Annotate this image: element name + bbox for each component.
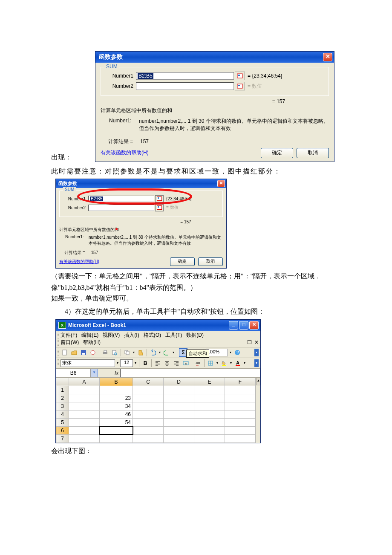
param-input-number2[interactable] bbox=[88, 205, 154, 211]
window-titlebar[interactable]: X Microsoft Excel - Book1 _ □ ✕ bbox=[56, 320, 260, 331]
col-header-f[interactable]: F bbox=[225, 378, 256, 386]
cell-b5[interactable]: 54 bbox=[100, 418, 133, 426]
toolbar-options-icon[interactable]: ▾ bbox=[254, 349, 259, 356]
name-box[interactable]: B6 bbox=[56, 369, 91, 377]
cancel-button[interactable]: 取消 bbox=[297, 148, 329, 158]
svg-rect-1 bbox=[238, 75, 240, 76]
param-input-number2[interactable] bbox=[136, 82, 234, 90]
decrease-decimal-icon[interactable]: .00 bbox=[194, 359, 202, 367]
align-left-icon[interactable] bbox=[153, 359, 162, 367]
row-header[interactable]: 6 bbox=[56, 426, 69, 434]
close-icon[interactable]: ✕ bbox=[249, 321, 259, 330]
collapse-dialog-icon[interactable] bbox=[155, 204, 164, 211]
borders-icon[interactable] bbox=[206, 359, 215, 367]
svg-text:a: a bbox=[185, 362, 187, 365]
formula-result: = 157 bbox=[228, 98, 329, 104]
bold-icon[interactable]: B bbox=[141, 359, 150, 367]
cell-b6-active[interactable] bbox=[100, 426, 133, 434]
open-icon[interactable] bbox=[70, 348, 78, 357]
dropdown-icon[interactable]: ▾ bbox=[134, 361, 137, 365]
dropdown-icon[interactable]: ▾ bbox=[229, 361, 233, 365]
menu-bar: 文件(F) 编辑(E) 视图(V) 插入(I) 格式(O) 工具(T) 数据(D… bbox=[56, 331, 260, 347]
row-header[interactable]: 7 bbox=[56, 434, 69, 442]
dropdown-icon[interactable]: ▾ bbox=[158, 350, 161, 354]
col-header-c[interactable]: C bbox=[133, 378, 164, 386]
new-icon[interactable] bbox=[61, 348, 69, 357]
ok-button[interactable]: 确定 bbox=[170, 257, 195, 266]
menu-file[interactable]: 文件(F) bbox=[61, 332, 77, 339]
toolbar-handle-icon[interactable] bbox=[58, 339, 59, 346]
cell-b2[interactable]: 23 bbox=[100, 394, 133, 402]
dropdown-icon[interactable]: ▾ bbox=[132, 350, 135, 354]
dropdown-icon[interactable]: ▾ bbox=[116, 361, 119, 365]
dropdown-icon[interactable]: ▾ bbox=[172, 350, 175, 354]
maximize-icon[interactable]: □ bbox=[239, 321, 248, 330]
spreadsheet-grid[interactable]: A B C D E F 1 223 334 446 554 6 7 bbox=[56, 378, 256, 443]
mdi-close-icon[interactable]: ✕ bbox=[254, 339, 259, 345]
help-icon[interactable]: ? bbox=[233, 348, 242, 357]
toolbar-handle-icon[interactable] bbox=[58, 332, 59, 338]
param-input-number1[interactable]: B2:B5 bbox=[88, 196, 154, 202]
cancel-button[interactable]: 取消 bbox=[198, 257, 223, 266]
cell-b3[interactable]: 34 bbox=[100, 402, 133, 410]
fx-icon[interactable]: fx bbox=[115, 370, 118, 376]
menu-insert[interactable]: 插入(I) bbox=[124, 332, 139, 339]
ok-button[interactable]: 确定 bbox=[261, 148, 293, 158]
menu-tools[interactable]: 工具(T) bbox=[165, 332, 182, 339]
undo-icon[interactable] bbox=[149, 348, 157, 357]
close-icon[interactable]: ✕ bbox=[323, 53, 332, 61]
name-box-dropdown-icon[interactable]: ▼ bbox=[91, 369, 98, 377]
toolbar-options-icon[interactable]: ▾ bbox=[254, 359, 259, 367]
dialog-titlebar[interactable]: 函数参数 ✕ bbox=[95, 52, 334, 63]
scroll-up-icon[interactable]: ▴ bbox=[256, 378, 260, 385]
dropdown-icon[interactable]: ▾ bbox=[216, 361, 219, 365]
collapse-dialog-icon[interactable] bbox=[235, 72, 245, 80]
menu-view[interactable]: 视图(V) bbox=[103, 332, 120, 339]
minimize-icon[interactable]: _ bbox=[229, 321, 238, 330]
align-center-icon[interactable] bbox=[163, 359, 171, 367]
close-icon[interactable]: ✕ bbox=[217, 180, 225, 187]
save-icon[interactable] bbox=[79, 348, 88, 357]
redo-icon[interactable] bbox=[162, 348, 171, 357]
preview-icon[interactable] bbox=[110, 348, 119, 357]
menu-help[interactable]: 帮助(H) bbox=[83, 339, 101, 346]
cell-b4[interactable]: 46 bbox=[100, 410, 133, 418]
dropdown-icon[interactable]: ▾ bbox=[229, 350, 232, 354]
toolbar-handle-icon[interactable] bbox=[58, 359, 59, 367]
font-color-icon[interactable]: A bbox=[233, 359, 242, 367]
formula-input[interactable] bbox=[120, 369, 260, 377]
toolbar-handle-icon[interactable] bbox=[58, 349, 59, 356]
row-header[interactable]: 5 bbox=[56, 418, 69, 426]
merge-center-icon[interactable]: a bbox=[182, 359, 190, 367]
menu-edit[interactable]: 编辑(E) bbox=[81, 332, 98, 339]
col-header-e[interactable]: E bbox=[194, 378, 225, 386]
row-header[interactable]: 3 bbox=[56, 402, 69, 410]
format-painter-icon[interactable] bbox=[136, 348, 145, 357]
menu-data[interactable]: 数据(D) bbox=[186, 332, 204, 339]
row-header[interactable]: 4 bbox=[56, 410, 69, 418]
col-header-a[interactable]: A bbox=[69, 378, 100, 386]
print-icon[interactable] bbox=[101, 348, 110, 357]
col-header-b[interactable]: B bbox=[100, 378, 133, 386]
font-size-input[interactable]: 12 bbox=[120, 359, 133, 367]
mdi-restore-icon[interactable]: ❐ bbox=[247, 339, 252, 345]
dialog-titlebar[interactable]: 函数参数 ✕ bbox=[56, 179, 226, 188]
font-name-input[interactable]: 宋体 bbox=[61, 359, 115, 367]
col-header-d[interactable]: D bbox=[164, 378, 194, 386]
menu-format[interactable]: 格式(O) bbox=[144, 332, 161, 339]
copy-icon[interactable] bbox=[123, 348, 131, 357]
row-header[interactable]: 2 bbox=[56, 394, 69, 402]
collapse-dialog-icon[interactable] bbox=[235, 82, 245, 90]
help-link[interactable]: 有关该函数的帮助(H) bbox=[59, 259, 99, 265]
fill-color-icon[interactable] bbox=[220, 359, 228, 367]
select-all-corner[interactable] bbox=[56, 378, 69, 386]
align-right-icon[interactable] bbox=[172, 359, 181, 367]
param-input-number1[interactable]: B2:B5 bbox=[136, 72, 234, 80]
row-header[interactable]: 1 bbox=[56, 386, 69, 394]
help-link[interactable]: 有关该函数的帮助(H) bbox=[101, 149, 149, 156]
dropdown-icon[interactable]: ▾ bbox=[243, 361, 246, 365]
menu-window[interactable]: 窗口(W) bbox=[61, 339, 79, 346]
mdi-minimize-icon[interactable]: _ bbox=[242, 339, 245, 345]
collapse-dialog-icon[interactable] bbox=[155, 195, 164, 202]
permission-icon[interactable] bbox=[89, 348, 97, 357]
